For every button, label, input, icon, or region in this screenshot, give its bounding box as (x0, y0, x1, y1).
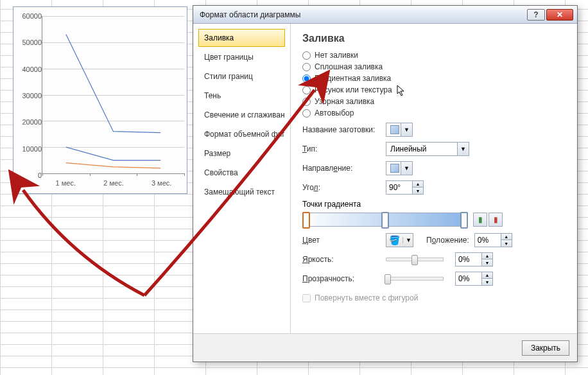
brightness-label: Яркость: (302, 255, 386, 264)
type-label: Тип: (302, 144, 386, 153)
transparency-slider[interactable] (386, 277, 444, 281)
preset-combo[interactable]: ▼ (386, 123, 413, 137)
chart-y-tick-label: 40000 (15, 65, 42, 73)
chart-y-tick-label: 20000 (15, 118, 42, 126)
position-spinner[interactable]: ▲▼ (474, 233, 512, 247)
fill-radio-label: Автовыбор (315, 109, 354, 118)
gradient-stops-bar[interactable] (302, 213, 468, 227)
chart-y-tick-label: 50000 (15, 39, 42, 46)
sidebar-item[interactable]: Замещающий текст (198, 183, 285, 201)
position-input[interactable] (475, 236, 501, 245)
fill-radio-label: Рисунок или текстура (315, 85, 392, 94)
fill-radio[interactable] (302, 51, 311, 60)
sidebar-item[interactable]: Размер (198, 144, 285, 162)
fill-radio-row[interactable]: Градиентная заливка (302, 74, 566, 83)
section-heading: Заливка (302, 33, 566, 44)
chart-y-tick-label: 0 (15, 171, 42, 179)
angle-label: Угол: (302, 183, 386, 192)
help-button[interactable]: ? (527, 9, 545, 21)
fill-radio[interactable] (302, 86, 311, 94)
sidebar-item[interactable]: Свечение и сглаживани (198, 106, 285, 124)
close-button[interactable]: Закрыть (522, 340, 569, 356)
fill-radio-row[interactable]: Нет заливки (302, 51, 566, 60)
paint-bucket-icon: 🪣 (389, 236, 400, 245)
color-label: Цвет (302, 236, 386, 245)
spin-down-icon[interactable]: ▼ (482, 259, 492, 266)
dialog-titlebar[interactable]: Формат области диаграммы ? ✕ (193, 6, 577, 24)
fill-radio[interactable] (302, 63, 311, 71)
chart-y-tick-label: 10000 (15, 145, 42, 153)
dialog-title: Формат области диаграммы (200, 10, 300, 19)
fill-radio[interactable] (302, 74, 311, 83)
fill-radio-label: Узорная заливка (315, 97, 374, 106)
type-combo[interactable]: Линейный▼ (386, 142, 469, 156)
sidebar-item[interactable]: Заливка (198, 29, 285, 47)
brightness-spinner[interactable]: ▲▼ (455, 252, 493, 266)
rotate-label: Повернуть вместе с фигурой (315, 293, 418, 302)
position-label: Положение: (426, 236, 469, 245)
color-picker-button[interactable]: 🪣 ▼ (386, 233, 413, 247)
close-x-button[interactable]: ✕ (546, 9, 573, 21)
chart-lines (42, 16, 184, 173)
chart-x-tick-label: 2 мес. (103, 179, 123, 187)
direction-combo[interactable]: ▼ (386, 161, 413, 175)
sidebar-item[interactable]: Формат объемной фигуры (198, 125, 285, 143)
stops-label: Точки градиента (302, 200, 566, 209)
gradient-swatch-icon (390, 125, 399, 134)
remove-stop-button[interactable]: ▮ (489, 213, 503, 227)
sidebar-item[interactable]: Цвет границы (198, 48, 285, 66)
chart-x-tick-label: 1 мес. (56, 179, 76, 187)
dialog-main-panel: Заливка Нет заливкиСплошная заливкаГради… (291, 24, 577, 333)
fill-radio-row[interactable]: Автовыбор (302, 109, 566, 118)
transparency-input[interactable] (456, 274, 481, 283)
fill-radio-row[interactable]: Рисунок или текстура (302, 85, 566, 94)
brightness-input[interactable] (456, 255, 481, 264)
chart-plot-area (42, 16, 184, 174)
fill-radio-label: Градиентная заливка (315, 74, 391, 83)
spin-up-icon[interactable]: ▲ (501, 234, 512, 240)
fill-radio[interactable] (302, 98, 311, 106)
gradient-stop-handle[interactable] (381, 212, 389, 229)
spin-up-icon[interactable]: ▲ (413, 181, 423, 188)
add-stop-button[interactable]: ▮ (473, 213, 487, 227)
angle-input[interactable] (386, 183, 412, 192)
sidebar-item[interactable]: Свойства (198, 164, 285, 182)
sidebar-item[interactable]: Стили границ (198, 67, 285, 85)
fill-radio[interactable] (302, 109, 311, 118)
chart-y-tick-label: 30000 (15, 92, 42, 100)
fill-radio-row[interactable]: Узорная заливка (302, 97, 566, 106)
spin-down-icon[interactable]: ▼ (413, 188, 423, 194)
gradient-stop-handle[interactable] (302, 212, 310, 229)
angle-spinner[interactable]: ▲▼ (386, 180, 424, 195)
spin-down-icon[interactable]: ▼ (501, 240, 512, 247)
mouse-cursor-icon (397, 85, 406, 96)
spin-up-icon[interactable]: ▲ (482, 272, 492, 279)
preset-label: Название заготовки: (302, 125, 386, 134)
dialog-sidebar: ЗаливкаЦвет границыСтили границТеньСвече… (193, 24, 291, 333)
gradient-stop-handle[interactable] (460, 212, 468, 229)
fill-radio-row[interactable]: Сплошная заливка (302, 62, 566, 71)
chart-x-tick-label: 3 мес. (151, 179, 171, 187)
direction-swatch-icon (390, 164, 399, 173)
chart-y-tick-label: 60000 (15, 12, 42, 20)
add-stop-icon: ▮ (478, 215, 483, 224)
sidebar-item[interactable]: Тень (198, 87, 285, 105)
direction-label: Направление: (302, 164, 386, 173)
spin-down-icon[interactable]: ▼ (482, 279, 492, 285)
transparency-label: Прозрачность: (302, 274, 386, 283)
fill-radio-label: Сплошная заливка (315, 62, 383, 71)
format-chart-area-dialog: Формат области диаграммы ? ✕ ЗаливкаЦвет… (193, 5, 578, 362)
embedded-chart[interactable]: 0100002000030000400005000060000 1 мес.2 … (13, 6, 187, 194)
spin-up-icon[interactable]: ▲ (482, 253, 492, 259)
fill-radio-label: Нет заливки (315, 51, 358, 60)
rotate-with-shape-checkbox (302, 294, 311, 302)
transparency-spinner[interactable]: ▲▼ (455, 272, 493, 286)
remove-stop-icon: ▮ (494, 215, 498, 224)
dialog-footer: Закрыть (193, 333, 577, 362)
brightness-slider[interactable] (386, 257, 444, 261)
